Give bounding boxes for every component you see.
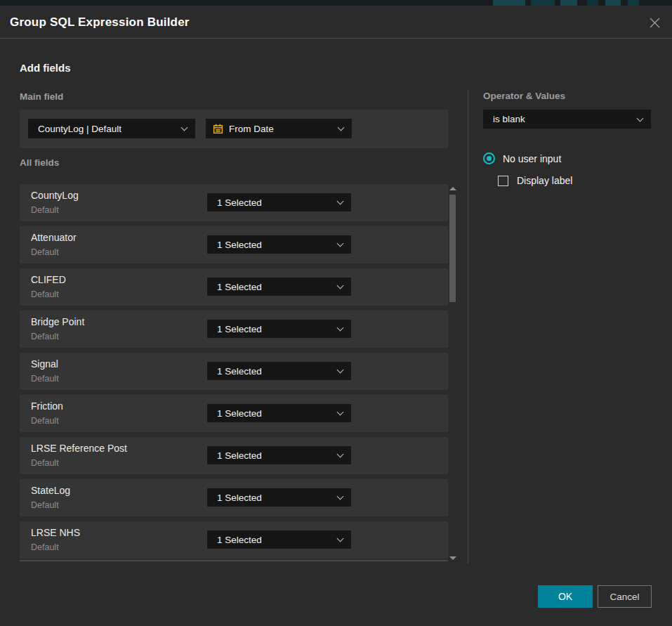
chevron-down-icon	[637, 115, 644, 122]
field-name: Bridge Point	[31, 316, 84, 327]
field-name: StateLog	[31, 485, 70, 496]
partially-scrolled-row	[20, 560, 448, 561]
dialog-titlebar: Group SQL Expression Builder	[0, 6, 672, 39]
selected-count-value: 1 Selected	[207, 450, 262, 461]
field-sublabel: Default	[31, 416, 59, 426]
checkbox-unchecked-icon	[498, 176, 508, 186]
selected-count-value: 1 Selected	[207, 282, 262, 292]
chevron-down-icon	[337, 367, 344, 374]
chevron-down-icon	[337, 282, 344, 289]
layer-select-value: CountyLog | Default	[28, 124, 121, 134]
field-row: Bridge Point Default 1 Selected	[20, 311, 448, 348]
field-selected-dropdown[interactable]: 1 Selected	[207, 362, 351, 380]
field-sublabel: Default	[31, 289, 59, 299]
field-selected-dropdown[interactable]: 1 Selected	[207, 320, 351, 338]
no-user-input-radio[interactable]: No user input	[483, 152, 561, 164]
chevron-down-icon	[181, 124, 188, 131]
field-row: CLIFED Default 1 Selected	[20, 268, 448, 306]
selected-count-value: 1 Selected	[207, 493, 262, 503]
field-name: Attenuator	[31, 232, 77, 243]
selected-count-value: 1 Selected	[207, 408, 262, 419]
field-selected-dropdown[interactable]: 1 Selected	[207, 446, 351, 464]
field-sublabel: Default	[31, 458, 59, 468]
chevron-down-icon	[337, 325, 344, 332]
field-row: LRSE NHS Default 1 Selected	[20, 521, 448, 559]
backdrop-fragment	[605, 0, 621, 6]
close-icon	[649, 17, 661, 29]
field-selected-dropdown[interactable]: 1 Selected	[207, 235, 351, 254]
backdrop-app-strip	[0, 0, 672, 6]
backdrop-fragment	[628, 0, 639, 6]
field-row: Friction Default 1 Selected	[20, 395, 448, 432]
main-field-label: Main field	[20, 91, 63, 102]
no-user-input-label: No user input	[503, 153, 561, 164]
operator-select-value: is blank	[483, 114, 525, 124]
field-selected-dropdown[interactable]: 1 Selected	[207, 404, 351, 422]
chevron-down-icon	[337, 451, 344, 458]
close-button[interactable]	[646, 14, 663, 31]
field-sublabel: Default	[31, 374, 59, 384]
field-selected-dropdown[interactable]: 1 Selected	[207, 278, 351, 296]
chevron-down-icon	[337, 240, 344, 247]
backdrop-fragment	[531, 0, 555, 6]
all-fields-label: All fields	[20, 157, 59, 168]
dialog-title: Group SQL Expression Builder	[10, 6, 190, 39]
field-sublabel: Default	[31, 205, 59, 215]
field-row: Attenuator Default 1 Selected	[20, 226, 448, 263]
operator-select[interactable]: is blank	[483, 110, 651, 129]
vertical-divider	[468, 90, 468, 563]
field-name: CLIFED	[31, 274, 66, 285]
scrollbar-up-arrow-icon[interactable]	[449, 187, 456, 190]
field-row: LRSE Reference Post Default 1 Selected	[20, 437, 448, 474]
field-selected-dropdown[interactable]: 1 Selected	[207, 488, 351, 507]
backdrop-fragment	[493, 0, 525, 6]
field-sublabel: Default	[31, 247, 59, 257]
field-select-value: From Date	[223, 124, 274, 134]
backdrop-fragment	[587, 0, 598, 6]
field-name: LRSE NHS	[31, 527, 80, 538]
scrollbar-thumb[interactable]	[449, 195, 456, 302]
chevron-down-icon	[337, 493, 344, 500]
field-sublabel: Default	[31, 500, 59, 510]
backdrop-fragment	[560, 0, 577, 6]
selected-count-value: 1 Selected	[207, 535, 262, 545]
selected-count-value: 1 Selected	[207, 366, 262, 377]
chevron-down-icon	[337, 198, 344, 205]
main-field-layer-select[interactable]: CountyLog | Default	[28, 119, 195, 138]
display-label-checkbox[interactable]: Display label	[498, 175, 572, 186]
selected-count-value: 1 Selected	[207, 240, 262, 250]
selected-count-value: 1 Selected	[207, 197, 262, 208]
chevron-down-icon	[338, 124, 345, 131]
field-selected-dropdown[interactable]: 1 Selected	[207, 193, 351, 211]
cancel-button[interactable]: Cancel	[598, 585, 652, 608]
main-field-field-select[interactable]: From Date	[206, 119, 352, 138]
field-row: CountyLog Default 1 Selected	[20, 184, 448, 221]
radio-selected-icon	[483, 152, 495, 164]
field-name: LRSE Reference Post	[31, 443, 127, 454]
ok-button[interactable]: OK	[538, 585, 593, 608]
scrollbar-down-arrow-icon[interactable]	[449, 556, 456, 560]
field-row: Signal Default 1 Selected	[20, 353, 448, 390]
all-fields-list: CountyLog Default 1 Selected Attenuator …	[20, 184, 448, 563]
chevron-down-icon	[337, 409, 344, 416]
display-label-label: Display label	[517, 175, 572, 186]
selected-count-value: 1 Selected	[207, 324, 262, 334]
group-sql-expression-builder-dialog: Group SQL Expression Builder Add fields …	[0, 6, 672, 626]
field-name: CountyLog	[31, 190, 79, 201]
calendar-icon	[213, 124, 223, 134]
field-row: StateLog Default 1 Selected	[20, 479, 448, 516]
main-field-panel: CountyLog | Default From Date	[20, 110, 448, 148]
field-name: Signal	[31, 358, 58, 370]
field-selected-dropdown[interactable]: 1 Selected	[207, 530, 351, 549]
field-sublabel: Default	[31, 542, 59, 552]
field-sublabel: Default	[31, 332, 59, 341]
field-name: Friction	[31, 400, 63, 412]
operator-values-label: Operator & Values	[483, 91, 565, 101]
chevron-down-icon	[337, 535, 344, 542]
add-fields-heading: Add fields	[20, 62, 71, 74]
